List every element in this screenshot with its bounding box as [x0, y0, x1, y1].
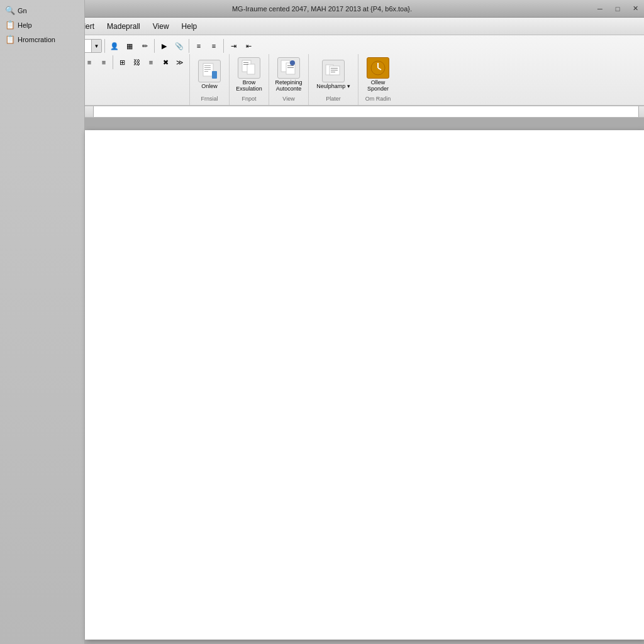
ollew-group: OllewSponder Om Radin	[358, 54, 397, 105]
neulphamp-icon	[322, 60, 345, 82]
menu-view[interactable]: View	[147, 19, 175, 33]
ollew-btn[interactable]: OllewSponder	[361, 55, 395, 94]
ruler	[0, 106, 644, 118]
sep-4	[223, 39, 224, 53]
title-bar: W 💾 ↩ ⚙ MG-Iraume cented 2047, MAH 2017 …	[0, 0, 644, 18]
brow-btn[interactable]: BrowExsulation	[232, 55, 266, 94]
onlew-group: Onlew Frnsial	[190, 54, 230, 105]
brow-icon	[238, 57, 260, 79]
sep-7	[113, 55, 113, 69]
table-btn[interactable]: ▦	[123, 39, 136, 53]
svg-rect-18	[331, 70, 338, 70]
ollew-label: OllewSponder	[367, 80, 389, 92]
indent-btn[interactable]: ⇥	[226, 39, 240, 53]
svg-rect-4	[204, 71, 208, 72]
svg-rect-13	[287, 67, 294, 68]
close-btn[interactable]: ✕	[626, 0, 644, 17]
ribbon: ▼ 👤 ▦ ✏ ▶ 📎 ≡ ≡ ⇥ ⇤ B I S	[0, 35, 644, 106]
minimize-btn[interactable]: ─	[591, 0, 609, 17]
retepining-label: RetepiningAutoconte	[275, 80, 302, 92]
svg-rect-19	[331, 72, 335, 72]
neulphamp-btn[interactable]: Neulphamp ▾	[311, 55, 355, 94]
media-btn[interactable]: ▶	[157, 39, 171, 53]
grid-btn[interactable]: ⊞	[115, 55, 129, 69]
brow-group: BrowExsulation Fnpot	[230, 54, 269, 105]
align-center-btn[interactable]: ≡	[192, 39, 206, 53]
document-content[interactable]	[85, 130, 644, 640]
retepining-section-label: View	[282, 94, 294, 104]
neulphamp-label: Neulphamp ▾	[316, 84, 350, 90]
neulphamp-section-label: Plater	[311, 94, 355, 104]
menu-help[interactable]: Help	[175, 19, 204, 33]
svg-rect-1	[204, 65, 211, 66]
window-controls: ─ □ ✕	[591, 0, 644, 17]
font-dropdown-btn[interactable]: ▼	[91, 40, 101, 52]
retepining-btn[interactable]: RetepiningAutoconte	[272, 55, 306, 94]
sep-3	[189, 39, 189, 53]
document-area: 🔍 Gn 📋 Help 📋 Hromcration	[0, 118, 644, 644]
sidebar: 🔍 Gn 📋 Help 📋 Hromcration	[0, 118, 85, 644]
menu-madeprall[interactable]: Madeprall	[101, 19, 147, 33]
onlew-label: Onlew	[201, 84, 218, 90]
person-btn[interactable]: 👤	[108, 39, 121, 53]
ruler-marks	[88, 106, 644, 117]
ribbon-main-row: B I S A A ≡ ≡ ⊞	[0, 54, 644, 105]
svg-rect-5	[212, 71, 217, 79]
svg-rect-8	[243, 62, 248, 63]
retepining-group: RetepiningAutoconte View	[269, 54, 309, 105]
ribbon-row-1: ▼ 👤 ▦ ✏ ▶ 📎 ≡ ≡ ⇥ ⇤	[0, 38, 644, 54]
svg-rect-12	[287, 65, 294, 66]
maximize-btn[interactable]: □	[609, 0, 626, 17]
window-title: MG-Iraume cented 2047, MAH 2017 2013 at …	[232, 5, 412, 13]
svg-rect-3	[204, 69, 211, 70]
onlew-btn[interactable]: Onlew	[192, 55, 226, 94]
sep-1	[104, 39, 105, 53]
brow-label: BrowExsulation	[236, 80, 262, 92]
clear-btn[interactable]: ✖	[158, 55, 172, 69]
ribbon-large-buttons: Onlew Frnsial BrowExsulation	[190, 54, 644, 105]
align-btn[interactable]: ≡	[144, 55, 158, 69]
link-btn[interactable]: ⛓	[130, 55, 143, 69]
document-page[interactable]	[85, 130, 644, 640]
onlew-icon	[198, 60, 221, 82]
svg-rect-9	[243, 64, 248, 65]
menu-bar: Mare Intile Presiert Madeprall View Help	[0, 18, 644, 35]
sep-2	[154, 39, 155, 53]
outdent-btn[interactable]: ⇤	[242, 39, 255, 53]
svg-rect-2	[204, 67, 211, 68]
svg-point-14	[290, 60, 295, 65]
neulphamp-group: Neulphamp ▾ Plater	[309, 54, 358, 105]
clip-btn[interactable]: 📎	[172, 39, 186, 53]
more-btn[interactable]: ≫	[173, 55, 187, 69]
list2-btn[interactable]: ≡	[97, 55, 111, 69]
ollew-section-label: Om Radin	[361, 94, 395, 104]
onlew-section-label: Frnsial	[192, 94, 226, 104]
brow-section-label: Fnpot	[232, 94, 266, 104]
align-right-btn[interactable]: ≡	[207, 39, 221, 53]
brush-btn[interactable]: ✏	[138, 39, 152, 53]
retepining-icon	[277, 57, 300, 79]
svg-rect-7	[247, 64, 255, 74]
svg-rect-17	[331, 68, 338, 69]
ollew-icon	[367, 57, 389, 79]
